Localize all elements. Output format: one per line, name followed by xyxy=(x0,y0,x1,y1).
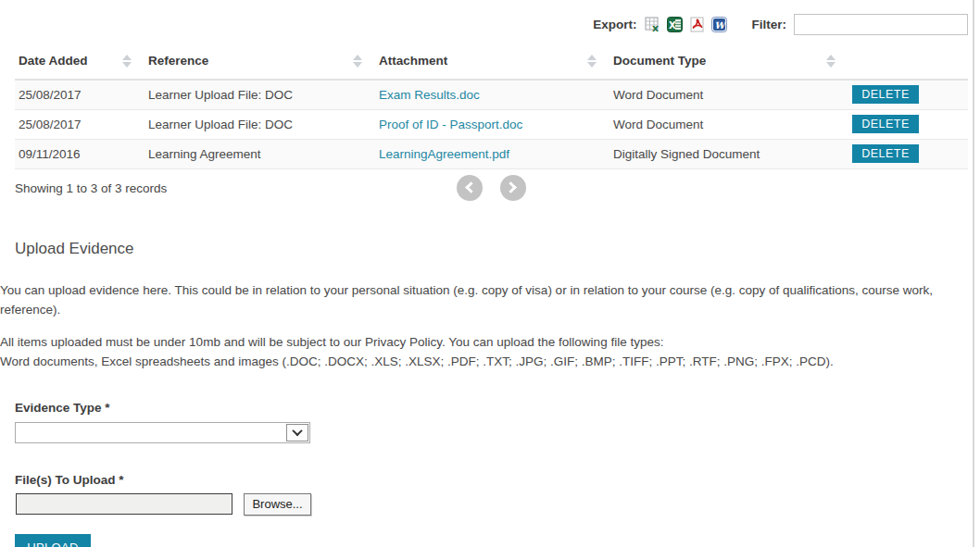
upload-intro-text: You can upload evidence here. This could… xyxy=(0,280,973,319)
sort-icon[interactable] xyxy=(587,55,597,68)
export-label: Export: xyxy=(593,18,636,31)
file-path-input[interactable] xyxy=(16,493,232,515)
export-word-icon[interactable]: W xyxy=(711,17,727,32)
attachment-link[interactable]: LearningAgreement.pdf xyxy=(379,147,509,161)
export-icon-group: x X xyxy=(645,17,727,32)
cell-action: DELETE xyxy=(848,80,968,109)
table-row: 25/08/2017 Learner Upload File: DOC Exam… xyxy=(15,80,968,109)
evidence-page: Export: x X xyxy=(0,0,980,547)
cell-date-added: 25/08/2017 xyxy=(15,80,144,109)
table-footer: Showing 1 to 3 of 3 records xyxy=(15,169,968,212)
table-header-row: Date Added Reference Attachment Document… xyxy=(15,44,968,80)
cell-reference: Learner Upload File: DOC xyxy=(144,80,375,109)
cell-action: DELETE xyxy=(848,139,968,168)
chevron-right-icon xyxy=(505,181,517,193)
chevron-down-icon[interactable] xyxy=(286,424,308,441)
cell-attachment: Proof of ID - Passport.doc xyxy=(375,109,609,139)
evidence-type-select[interactable] xyxy=(15,422,310,443)
table-row: 09/11/2016 Learning Agreement LearningAg… xyxy=(15,139,968,168)
delete-button[interactable]: DELETE xyxy=(852,85,919,104)
svg-text:X: X xyxy=(669,20,676,31)
cell-attachment: LearningAgreement.pdf xyxy=(375,139,609,168)
cell-attachment: Exam Results.doc xyxy=(375,80,609,109)
cell-reference: Learning Agreement xyxy=(144,139,375,168)
sort-icon[interactable] xyxy=(826,55,836,68)
upload-button[interactable]: UPLOAD xyxy=(15,534,91,547)
attachment-link[interactable]: Proof of ID - Passport.doc xyxy=(379,118,522,131)
column-header-date-added[interactable]: Date Added xyxy=(15,44,144,80)
upload-rules-line2: Word documents, Excel spreadsheets and i… xyxy=(0,354,834,368)
file-upload-row: Browse... xyxy=(16,493,980,516)
attachment-link[interactable]: Exam Results.doc xyxy=(379,88,480,102)
sort-icon[interactable] xyxy=(353,55,362,68)
sort-icon[interactable] xyxy=(122,55,132,68)
cell-reference: Learner Upload File: DOC xyxy=(144,109,375,139)
page-right-border xyxy=(973,0,974,547)
delete-button[interactable]: DELETE xyxy=(852,144,919,163)
column-header-reference[interactable]: Reference xyxy=(144,44,375,80)
export-csv-icon[interactable]: x xyxy=(645,17,660,32)
cell-document-type: Digitally Signed Document xyxy=(609,139,848,168)
browse-button[interactable]: Browse... xyxy=(244,493,311,516)
delete-button[interactable]: DELETE xyxy=(852,115,919,133)
cell-date-added: 25/08/2017 xyxy=(15,109,144,139)
evidence-type-label: Evidence Type * xyxy=(15,401,980,415)
cell-action: DELETE xyxy=(848,109,968,139)
table-row: 25/08/2017 Learner Upload File: DOC Proo… xyxy=(15,109,968,139)
next-page-button[interactable] xyxy=(500,175,526,201)
column-header-document-type[interactable]: Document Type xyxy=(609,44,848,80)
pagination xyxy=(15,175,968,201)
cell-date-added: 09/11/2016 xyxy=(15,139,144,168)
previous-page-button[interactable] xyxy=(457,175,483,201)
files-to-upload-label: File(s) To Upload * xyxy=(15,473,980,487)
filter-input[interactable] xyxy=(794,14,968,35)
chevron-left-icon xyxy=(465,181,477,193)
svg-text:x: x xyxy=(652,22,659,33)
export-pdf-icon[interactable] xyxy=(689,17,705,32)
column-header-actions xyxy=(848,44,968,80)
column-header-attachment[interactable]: Attachment xyxy=(375,44,609,80)
cell-document-type: Word Document xyxy=(609,80,848,109)
filter-label: Filter: xyxy=(751,18,786,31)
export-excel-icon[interactable]: X xyxy=(667,17,683,32)
upload-rules-line1: All items uploaded must be under 10mb an… xyxy=(0,335,663,349)
upload-evidence-heading: Upload Evidence xyxy=(15,240,980,258)
cell-document-type: Word Document xyxy=(609,109,848,139)
upload-rules-text: All items uploaded must be under 10mb an… xyxy=(0,332,973,371)
documents-table: Date Added Reference Attachment Document… xyxy=(15,44,968,169)
table-toolbar: Export: x X xyxy=(0,0,980,35)
